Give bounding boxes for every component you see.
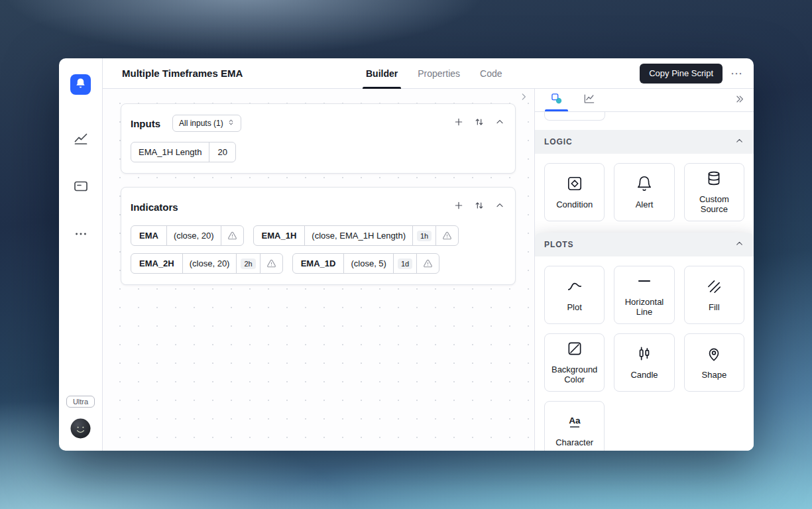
background-color-icon — [566, 340, 583, 360]
warning-icon[interactable] — [221, 226, 243, 245]
timeframe-badge: 2h — [241, 258, 255, 269]
condition-icon — [566, 175, 583, 195]
indicator-name: EMA_1D — [293, 254, 344, 273]
custom-source-icon — [705, 170, 723, 190]
chart-icon — [73, 131, 89, 149]
indicator-name: EMA_2H — [131, 254, 182, 273]
input-name: EMA_1H Length — [131, 142, 209, 162]
block-card-custom-source[interactable]: Custom Source — [684, 163, 744, 221]
app-logo[interactable] — [70, 74, 91, 95]
card-label: Plot — [567, 303, 581, 313]
app-window: Ultra Multiple Timeframes EMA Builder Pr… — [59, 58, 754, 451]
tab-blocks[interactable] — [540, 89, 573, 111]
card-label: Shape — [702, 370, 727, 380]
indicator-chip-ema[interactable]: EMA (close, 20) — [131, 225, 244, 246]
block-card-plot[interactable]: Plot — [544, 266, 605, 324]
builder-canvas[interactable]: Inputs All inputs (1) — [103, 89, 534, 451]
chevron-right-icon — [519, 92, 528, 104]
block-card-alert[interactable]: Alert — [614, 163, 674, 221]
timeframe-segment: 1d — [393, 254, 416, 273]
card-label: Background Color — [548, 365, 601, 385]
tab-properties[interactable]: Properties — [408, 58, 470, 88]
inputs-filter-dropdown[interactable]: All inputs (1) — [172, 115, 241, 132]
block-card-condition[interactable]: Condition — [544, 163, 605, 221]
window-header: Multiple Timeframes EMA Builder Properti… — [103, 58, 754, 89]
indicator-params: (close, EMA_1H Length) — [304, 226, 412, 245]
timeframe-badge: 1d — [398, 258, 412, 269]
header-tabs: Builder Properties Code — [356, 58, 512, 88]
unfold-icon — [227, 119, 235, 128]
indicator-chip-ema-1h[interactable]: EMA_1H (close, EMA_1H Length) 1h — [253, 225, 459, 246]
card-label: Condition — [556, 200, 593, 210]
svg-text:Aa: Aa — [569, 416, 581, 425]
sort-inputs-button[interactable] — [473, 117, 485, 129]
indicator-name: EMA_1H — [254, 226, 305, 245]
indicator-chip-ema-1d[interactable]: EMA_1D (close, 5) 1d — [292, 253, 439, 274]
block-card-candle[interactable]: Candle — [614, 333, 674, 392]
input-value[interactable]: 20 — [209, 142, 235, 162]
block-card-character[interactable]: Aa Character — [544, 401, 605, 451]
chevron-up-icon — [494, 200, 505, 213]
input-row[interactable]: EMA_1H Length 20 — [131, 142, 236, 162]
inputs-title: Inputs — [131, 118, 160, 129]
inputs-node[interactable]: Inputs All inputs (1) — [121, 103, 516, 174]
left-rail: Ultra — [59, 58, 103, 451]
candle-icon — [636, 345, 653, 365]
panel-expand-button[interactable] — [518, 92, 530, 104]
fill-hatch-icon — [705, 278, 723, 298]
collapse-inputs-button[interactable] — [494, 117, 506, 129]
block-card-horizontal-line[interactable]: Horizontal Line — [614, 266, 674, 324]
user-avatar[interactable] — [70, 418, 91, 439]
tab-code[interactable]: Code — [470, 58, 512, 88]
rail-panels-button[interactable] — [73, 180, 89, 196]
add-indicator-button[interactable] — [453, 201, 465, 213]
sidebar-tabs — [535, 89, 754, 112]
indicator-params: (close, 20) — [166, 226, 221, 245]
tab-builder[interactable]: Builder — [356, 58, 408, 88]
ultra-plan-badge[interactable]: Ultra — [66, 396, 95, 408]
indicators-node[interactable]: Indicators — [121, 187, 516, 285]
block-card-shape[interactable]: Shape — [684, 333, 744, 392]
add-input-button[interactable] — [453, 117, 465, 129]
alert-bell-icon — [636, 175, 653, 195]
block-card-background-color[interactable]: Background Color — [544, 333, 605, 392]
plots-section-header[interactable]: PLOTS — [535, 233, 754, 256]
clipped-block-card[interactable] — [544, 112, 605, 121]
inputs-filter-label: All inputs (1) — [179, 119, 223, 128]
warning-icon[interactable] — [435, 226, 458, 245]
plot-curve-icon — [566, 278, 583, 298]
rail-more-button[interactable] — [73, 227, 89, 243]
plots-section: PLOTS Plot — [535, 233, 754, 451]
plus-icon — [453, 200, 464, 213]
shapes-tab-icon — [550, 92, 563, 108]
sidebar-collapse-button[interactable] — [730, 91, 748, 109]
chevron-up-icon — [494, 117, 505, 130]
tab-chart-preview[interactable] — [573, 89, 605, 111]
blocks-sidebar: LOGIC Condition — [534, 89, 754, 451]
rail-chart-button[interactable] — [73, 132, 89, 148]
header-more-button[interactable]: ⋯ — [730, 68, 743, 80]
indicator-chip-ema-2h[interactable]: EMA_2H (close, 20) 2h — [131, 253, 283, 274]
indicators-title: Indicators — [131, 201, 178, 213]
collapse-indicators-button[interactable] — [494, 201, 506, 213]
chart-tab-icon — [583, 92, 596, 108]
card-label: Candle — [630, 370, 658, 380]
logic-section-header[interactable]: LOGIC — [535, 130, 754, 154]
warning-icon[interactable] — [260, 254, 282, 273]
timeframe-segment: 1h — [412, 226, 435, 245]
card-label: Character — [555, 438, 593, 448]
block-card-fill[interactable]: Fill — [684, 266, 744, 324]
indicator-name: EMA — [131, 226, 166, 245]
warning-icon[interactable] — [416, 254, 439, 273]
page-title: Multiple Timeframes EMA — [122, 68, 243, 79]
copy-pine-script-button[interactable]: Copy Pine Script — [640, 64, 723, 84]
sort-icon — [474, 117, 485, 130]
bell-logo-icon — [74, 77, 87, 92]
sort-indicators-button[interactable] — [473, 201, 485, 213]
card-label: Fill — [709, 303, 720, 313]
horizontal-line-icon — [636, 272, 653, 292]
more-dots-icon — [74, 227, 88, 244]
plus-icon — [453, 117, 464, 130]
panels-icon — [73, 178, 89, 197]
blocks-scroll-area[interactable]: LOGIC Condition — [535, 112, 754, 451]
